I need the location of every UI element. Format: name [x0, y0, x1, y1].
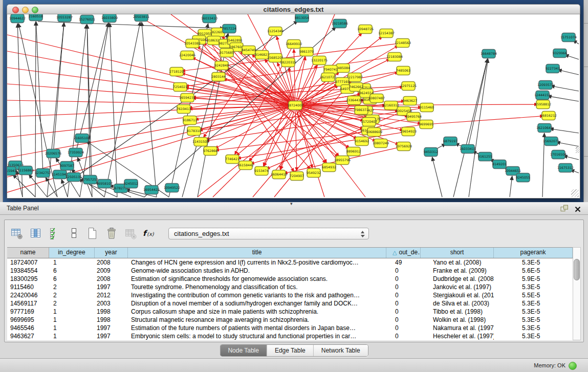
- import-table-icon[interactable]: [123, 227, 138, 240]
- table-cell[interactable]: Stergiakouli et al. (2012): [421, 291, 494, 299]
- column-header-short[interactable]: short: [421, 248, 494, 258]
- table-cell[interactable]: 0: [386, 275, 421, 283]
- graph-node[interactable]: 15720407: [361, 118, 377, 126]
- column-header-pagerank[interactable]: pagerank: [494, 248, 573, 258]
- table-cell[interactable]: Estimation of the future numbers of pati…: [128, 324, 386, 332]
- network-nodes[interactable]: 1872400718226058891295591275088186328105…: [7, 14, 577, 194]
- tab-network-table[interactable]: Network Table: [313, 345, 368, 356]
- table-cell[interactable]: Estimation of significance thresholds fo…: [128, 275, 386, 283]
- graph-node[interactable]: 12342757: [35, 169, 51, 178]
- graph-node[interactable]: 9154692: [355, 137, 369, 146]
- table-cell[interactable]: 1997: [95, 332, 128, 340]
- graph-node[interactable]: 8454749: [242, 46, 256, 55]
- create-table-icon[interactable]: [85, 227, 100, 240]
- table-cell[interactable]: 1998: [95, 316, 128, 324]
- graph-node[interactable]: 2803144: [211, 73, 226, 81]
- graph-node[interactable]: 7857224: [222, 25, 236, 33]
- table-cell[interactable]: 1998: [95, 308, 128, 316]
- graph-node[interactable]: 16064419: [271, 170, 287, 179]
- table-cell[interactable]: 0: [386, 291, 421, 299]
- table-cell[interactable]: 19384554: [7, 267, 49, 275]
- graph-node[interactable]: 9161255: [478, 152, 492, 161]
- graph-node[interactable]: 9699695: [419, 120, 433, 129]
- graph-node[interactable]: 8896912: [346, 147, 361, 156]
- graph-node[interactable]: 19218586: [332, 19, 348, 28]
- graph-node[interactable]: 10807487: [368, 94, 385, 103]
- table-cell[interactable]: 5.3E-5: [494, 324, 573, 332]
- graph-node[interactable]: 10543382: [184, 39, 201, 48]
- graph-node[interactable]: 3915941: [7, 167, 16, 176]
- graph-node[interactable]: 8813054: [295, 14, 309, 23]
- graph-node[interactable]: 10688609: [366, 128, 382, 137]
- graph-node[interactable]: 19654923: [400, 127, 417, 136]
- table-cell[interactable]: 6: [49, 267, 95, 275]
- table-row[interactable]: 946362711997Embryonic stem cells: a mode…: [7, 332, 573, 340]
- graph-node[interactable]: 12148563: [395, 39, 411, 48]
- table-panel-header[interactable]: ▾ Table Panel: [0, 202, 588, 215]
- table-cell[interactable]: 5.3E-5: [494, 258, 573, 267]
- panel-collapse-handle[interactable]: ▾: [290, 201, 293, 206]
- table-cell[interactable]: 0: [386, 308, 421, 316]
- table-cell[interactable]: 0: [386, 332, 421, 340]
- graph-node[interactable]: 16033809: [101, 14, 118, 23]
- function-builder-icon[interactable]: f(x): [142, 227, 157, 240]
- graph-node[interactable]: 16816212: [540, 112, 557, 120]
- graph-node[interactable]: 62160312: [383, 101, 399, 110]
- graph-node[interactable]: 11254349: [267, 27, 284, 36]
- graph-node[interactable]: 6854932: [322, 163, 336, 172]
- table-row[interactable]: 969969511998Structural magnetic resonanc…: [7, 316, 573, 324]
- graph-node[interactable]: 9115460: [420, 103, 434, 112]
- delete-table-icon[interactable]: [104, 227, 119, 240]
- graph-node[interactable]: 21605108: [74, 134, 90, 143]
- graph-node[interactable]: 12444151: [534, 91, 551, 100]
- table-cell[interactable]: Investigating the contribution of common…: [128, 291, 386, 299]
- select-attributes-icon[interactable]: [48, 227, 62, 240]
- table-row[interactable]: 1830029562008Estimation of significance …: [7, 275, 573, 283]
- table-cell[interactable]: Disruption of a novel member of a sodium…: [128, 299, 386, 308]
- graph-node[interactable]: 11675312: [557, 164, 574, 172]
- graph-node[interactable]: 15276021: [79, 15, 95, 24]
- graph-node[interactable]: 9463627: [403, 97, 417, 105]
- table-cell[interactable]: 6: [49, 275, 95, 283]
- minimize-window-button[interactable]: [22, 7, 29, 13]
- table-cell[interactable]: Wolkin et al. (1998): [421, 316, 494, 324]
- graph-node[interactable]: 16594231: [179, 94, 195, 102]
- table-cell[interactable]: 1: [49, 324, 95, 332]
- graph-node[interactable]: 9097587: [60, 162, 74, 170]
- window-resize-grip[interactable]: [571, 189, 579, 197]
- table-cell[interactable]: 49: [386, 258, 421, 267]
- graph-node[interactable]: 7619413: [177, 105, 191, 114]
- graph-node[interactable]: 9549232: [307, 169, 321, 178]
- table-cell[interactable]: 5.5E-5: [494, 291, 573, 299]
- table-row[interactable]: 946554611997Estimation of the future num…: [7, 324, 573, 332]
- graph-node[interactable]: 9329966: [553, 49, 567, 58]
- table-cell[interactable]: Genome-wide association studies in ADHD.: [128, 267, 386, 275]
- table-cell[interactable]: Dudbridge et al. (2008): [421, 275, 494, 283]
- table-cell[interactable]: 9699695: [7, 316, 49, 324]
- graph-node[interactable]: 10807249: [373, 139, 389, 148]
- table-cell[interactable]: 2: [49, 291, 95, 299]
- graph-node[interactable]: 15692071: [543, 137, 559, 146]
- graph-node[interactable]: 22420046: [179, 51, 195, 60]
- table-cell[interactable]: 1997: [95, 324, 128, 332]
- graph-node[interactable]: 16033415: [460, 145, 476, 154]
- table-cell[interactable]: 1: [49, 258, 95, 267]
- graph-node[interactable]: 12183084: [386, 53, 403, 61]
- table-cell[interactable]: Structural magnetic resonance image aver…: [128, 316, 386, 324]
- attribute-table[interactable]: namein_degreeyeartitle△out_de…shortpager…: [7, 247, 573, 340]
- table-cell[interactable]: de Silva et al. (2003): [421, 299, 494, 308]
- graph-node[interactable]: 6879197: [443, 137, 458, 146]
- table-cell[interactable]: 1: [49, 308, 95, 316]
- table-row[interactable]: 2242004622012Investigating the contribut…: [7, 291, 573, 299]
- table-row[interactable]: 977716911998Corpus callosum shape and si…: [7, 308, 573, 316]
- graph-node[interactable]: 17359924: [68, 148, 84, 157]
- graph-node[interactable]: 19756928: [396, 142, 412, 151]
- graph-node[interactable]: 20503811: [133, 14, 149, 21]
- float-window-icon[interactable]: [560, 205, 569, 212]
- column-header-in_degree[interactable]: in_degree: [49, 248, 95, 258]
- network-view-canvas[interactable]: 1872400718226058891295591275088186328105…: [7, 14, 580, 199]
- graph-node[interactable]: 16649910: [286, 40, 302, 49]
- table-scrollbar-thumb[interactable]: [574, 259, 580, 280]
- graph-node[interactable]: 11431505: [192, 138, 209, 146]
- graph-node[interactable]: 16210723: [320, 73, 336, 82]
